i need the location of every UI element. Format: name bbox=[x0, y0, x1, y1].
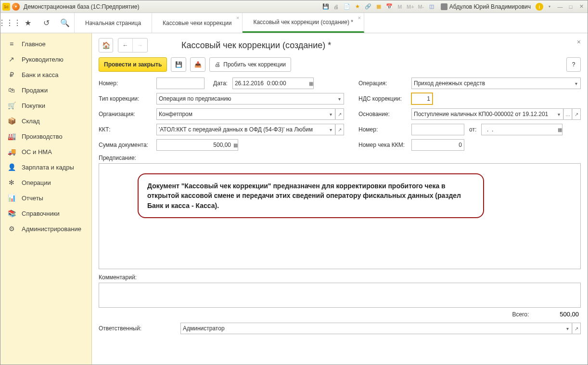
number2-input[interactable] bbox=[411, 124, 464, 135]
app-logo-icon: 1c bbox=[2, 3, 10, 11]
printer-icon: 🖨 bbox=[215, 61, 220, 68]
kkm-input[interactable] bbox=[411, 139, 464, 151]
org-select[interactable] bbox=[156, 108, 327, 120]
open-icon[interactable]: ↗ bbox=[335, 124, 344, 135]
sidebar-item-label: Продажи bbox=[22, 87, 48, 94]
apps-icon[interactable]: ⋮⋮⋮ bbox=[4, 18, 15, 28]
from-date-input[interactable] bbox=[481, 124, 558, 135]
chevron-down-icon[interactable]: ▾ bbox=[572, 78, 581, 89]
sidebar-item-manager[interactable]: ↗Руководителю bbox=[0, 52, 91, 67]
sidebar-item-production[interactable]: 🏭Производство bbox=[0, 129, 91, 144]
tab-receipts-list[interactable]: Кассовые чеки коррекции × bbox=[152, 13, 243, 33]
sidebar-item-label: ОС и НМА bbox=[22, 148, 52, 156]
calendar-picker-icon[interactable]: ▦ bbox=[309, 78, 314, 89]
info-icon[interactable]: i bbox=[536, 3, 543, 11]
prescription-textarea[interactable]: Документ "Кассовый чек коррекции" предна… bbox=[99, 163, 581, 269]
chevron-down-icon[interactable]: ▾ bbox=[555, 108, 563, 120]
more-icon[interactable]: … bbox=[563, 108, 572, 120]
chevron-down-icon[interactable]: ▾ bbox=[335, 93, 344, 104]
operation-label: Операция: bbox=[358, 80, 407, 87]
history-icon[interactable]: ↺ bbox=[41, 18, 52, 28]
chevron-down-icon[interactable]: ▾ bbox=[327, 108, 335, 120]
app-window: 1c ▾ Демонстрационная база (1С:Предприят… bbox=[0, 0, 588, 365]
open-icon[interactable]: ↗ bbox=[572, 323, 581, 334]
home-icon: ≡ bbox=[7, 40, 16, 48]
current-user[interactable]: Абдулов Юрий Владимирович bbox=[438, 3, 534, 10]
responsible-select[interactable] bbox=[180, 323, 563, 334]
tab-close-icon[interactable]: × bbox=[236, 15, 239, 21]
tabbar: ⋮⋮⋮ ★ ↺ 🔍 Начальная страница Кассовые че… bbox=[0, 13, 588, 33]
search-icon[interactable]: 🔍 bbox=[60, 18, 70, 28]
titlebar: 1c ▾ Демонстрационная база (1С:Предприят… bbox=[0, 0, 588, 13]
post-button[interactable]: 📥 bbox=[190, 57, 205, 72]
sidebar-item-warehouse[interactable]: 📦Склад bbox=[0, 113, 91, 129]
tab-close-icon[interactable]: × bbox=[358, 15, 361, 21]
m-plus-button[interactable]: M+ bbox=[406, 2, 415, 11]
maximize-icon[interactable]: □ bbox=[566, 2, 575, 11]
prescription-label: Предписание: bbox=[99, 155, 136, 161]
minimize-icon[interactable]: — bbox=[556, 2, 564, 11]
dropdown-icon[interactable]: ▾ bbox=[12, 3, 20, 11]
sidebar-item-purchases[interactable]: 🛒Покупки bbox=[0, 98, 91, 113]
panels-icon[interactable]: ◫ bbox=[427, 2, 436, 11]
m-minus-button[interactable]: M- bbox=[417, 2, 425, 11]
close-icon[interactable]: ✕ bbox=[577, 2, 586, 11]
sidebar-item-catalogs[interactable]: 📚Справочники bbox=[0, 206, 91, 221]
calendar-picker-icon[interactable]: ▦ bbox=[558, 124, 562, 135]
box-icon: 📦 bbox=[7, 117, 16, 125]
sidebar-item-hr[interactable]: 👤Зарплата и кадры bbox=[0, 159, 91, 175]
sidebar-item-operations[interactable]: ✻Операции bbox=[0, 175, 91, 190]
post-and-close-button[interactable]: Провести и закрыть bbox=[99, 57, 167, 72]
sidebar-item-reports[interactable]: 📊Отчеты bbox=[0, 190, 91, 206]
sidebar-item-label: Администрирование bbox=[22, 225, 81, 233]
print-icon[interactable]: 🖨 bbox=[332, 2, 341, 11]
m-button[interactable]: M bbox=[396, 2, 404, 11]
date-label: Дата: bbox=[213, 80, 228, 87]
calc-picker-icon[interactable]: ▦ bbox=[233, 139, 238, 151]
open-icon[interactable]: ↗ bbox=[572, 108, 581, 120]
info-dropdown-icon[interactable]: ▾ bbox=[545, 2, 554, 11]
page-icon[interactable]: 📄 bbox=[343, 2, 351, 11]
number-input[interactable] bbox=[156, 78, 205, 89]
star-icon[interactable]: ★ bbox=[353, 2, 362, 11]
sum-input[interactable] bbox=[156, 139, 233, 151]
comment-textarea[interactable] bbox=[99, 283, 581, 308]
help-callout: Документ "Кассовый чек коррекции" предна… bbox=[138, 173, 484, 218]
sidebar-item-assets[interactable]: 🚚ОС и НМА bbox=[0, 144, 91, 159]
link-icon[interactable]: 🔗 bbox=[364, 2, 372, 11]
chevron-down-icon[interactable]: ▾ bbox=[563, 323, 572, 334]
print-receipt-button[interactable]: 🖨Пробить чек коррекции bbox=[209, 57, 291, 72]
tab-label: Кассовые чеки коррекции bbox=[163, 20, 231, 26]
save-icon[interactable]: 💾 bbox=[321, 2, 330, 11]
tab-receipt-create[interactable]: Кассовый чек коррекции (создание) * × bbox=[243, 13, 364, 33]
favorite-icon[interactable]: ★ bbox=[23, 18, 33, 28]
page-title: Кассовый чек коррекции (создание) * bbox=[181, 40, 331, 51]
chevron-down-icon[interactable]: ▾ bbox=[327, 124, 335, 135]
home-button[interactable]: 🏠 bbox=[99, 38, 113, 52]
operations-icon: ✻ bbox=[7, 179, 16, 186]
total-value: 500,00 bbox=[531, 311, 579, 318]
nav-history: ← → bbox=[118, 38, 148, 52]
sidebar-item-label: Операции bbox=[22, 179, 51, 186]
calc-icon[interactable]: ▦ bbox=[374, 2, 383, 11]
basis-select[interactable] bbox=[411, 108, 555, 120]
calendar-icon[interactable]: 📅 bbox=[385, 2, 394, 11]
back-button[interactable]: ← bbox=[118, 39, 133, 52]
sidebar-item-sales[interactable]: 🛍Продажи bbox=[0, 82, 91, 98]
save-button[interactable]: 💾 bbox=[171, 57, 186, 72]
operation-select[interactable] bbox=[411, 78, 572, 89]
help-button[interactable]: ? bbox=[566, 57, 581, 72]
sidebar-item-bank[interactable]: ₽Банк и касса bbox=[0, 67, 91, 82]
vat-input[interactable] bbox=[411, 93, 433, 104]
number2-label: Номер: bbox=[358, 126, 407, 133]
tab-start[interactable]: Начальная страница bbox=[75, 13, 152, 33]
sum-label: Сумма документа: bbox=[99, 142, 152, 148]
kkt-select[interactable] bbox=[156, 124, 327, 135]
corr-type-select[interactable] bbox=[156, 93, 335, 104]
form-close-icon[interactable]: × bbox=[577, 38, 581, 46]
open-icon[interactable]: ↗ bbox=[335, 108, 344, 120]
sidebar-item-admin[interactable]: ⚙Администрирование bbox=[0, 221, 91, 236]
sidebar-item-label: Зарплата и кадры bbox=[22, 164, 74, 171]
date-input[interactable] bbox=[232, 78, 309, 89]
sidebar-item-main[interactable]: ≡Главное bbox=[0, 36, 91, 52]
